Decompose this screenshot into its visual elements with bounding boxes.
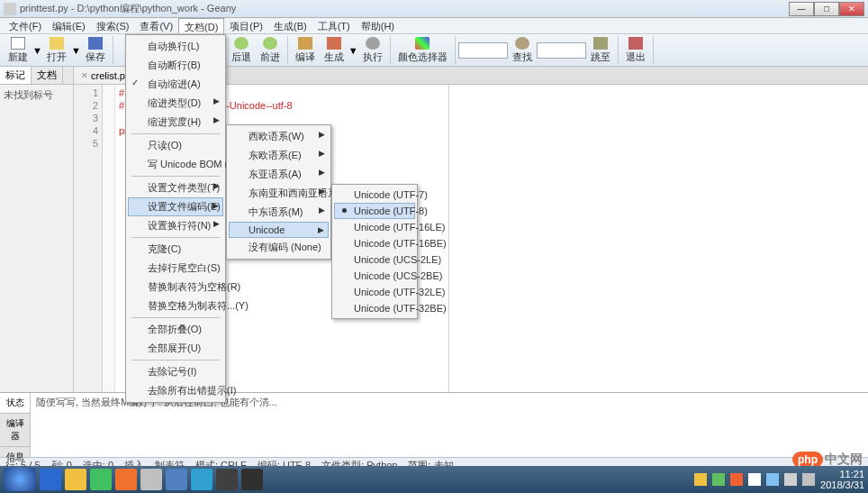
run-button[interactable]: 执行 xyxy=(358,36,387,65)
unicode-submenu-dropdown: Unicode (UTF-7)Unicode (UTF-8)Unicode (U… xyxy=(331,184,418,319)
tray-icon[interactable] xyxy=(730,473,743,486)
marker-column xyxy=(103,85,115,392)
close-tab-icon[interactable]: ✕ xyxy=(81,71,88,80)
save-button[interactable]: 保存 xyxy=(81,36,110,65)
dropdown-arrow-icon[interactable]: ▼ xyxy=(348,45,358,56)
close-button[interactable]: ✕ xyxy=(839,2,864,16)
menu-item[interactable]: 克隆(C) xyxy=(128,240,223,259)
compile-icon xyxy=(298,37,312,50)
system-clock[interactable]: 11:21 2018/3/31 xyxy=(820,469,864,490)
menu-item[interactable]: Unicode▶ xyxy=(229,222,329,238)
menu-item[interactable]: 文件(F) xyxy=(4,18,47,33)
goto-button[interactable]: 跳至 xyxy=(586,36,615,65)
dropdown-arrow-icon[interactable]: ▼ xyxy=(71,45,81,56)
taskbar-app-icon[interactable] xyxy=(140,469,162,490)
sidebar-tab[interactable]: 标记 xyxy=(0,67,32,84)
maximize-button[interactable]: □ xyxy=(814,2,839,16)
menu-item[interactable]: Unicode (UTF-7) xyxy=(334,187,415,203)
menu-item[interactable]: 文档(D) xyxy=(178,18,224,33)
menu-item[interactable]: Unicode (UCS-2BE) xyxy=(334,268,415,284)
tray-icon[interactable] xyxy=(766,473,779,486)
tray-volume-icon[interactable] xyxy=(802,473,815,486)
menu-item[interactable]: 全部折叠(O) xyxy=(128,320,223,339)
menu-item[interactable]: 编辑(E) xyxy=(47,18,91,33)
menu-separator xyxy=(131,133,220,134)
taskbar-app-icon[interactable] xyxy=(166,469,187,490)
menu-item[interactable]: 自动换行(L) xyxy=(128,37,223,56)
submenu-arrow-icon: ▶ xyxy=(212,201,219,210)
code-line[interactable] xyxy=(119,112,864,124)
menu-item[interactable]: 缩进类型(D)▶ xyxy=(128,94,223,113)
sidebar: 标记文档 未找到标号 xyxy=(0,67,74,392)
menu-item[interactable]: 生成(B) xyxy=(268,18,312,33)
color-picker-button[interactable]: 颜色选择器 xyxy=(393,36,452,65)
tray-icon[interactable] xyxy=(712,473,725,486)
find-button[interactable]: 查找 xyxy=(508,36,537,65)
code-line[interactable]: # ：文档--设置文件编码--Unicode--utf-8 xyxy=(119,99,864,112)
line-number-gutter: 12345 xyxy=(74,85,103,392)
menu-item[interactable]: 帮助(H) xyxy=(356,18,400,33)
taskbar-app-icon[interactable] xyxy=(191,469,212,490)
menu-item[interactable]: Unicode (UTF-8) xyxy=(334,203,415,219)
menu-item[interactable]: 只读(O) xyxy=(128,136,223,155)
menu-item[interactable]: 替换制表符为空格(R) xyxy=(128,278,223,297)
taskbar-explorer-icon[interactable] xyxy=(65,469,86,490)
menu-item[interactable]: 写 Unicode BOM (W) xyxy=(128,155,223,174)
menu-item[interactable]: 查看(V) xyxy=(134,18,178,33)
sidebar-tab[interactable]: 文档 xyxy=(32,67,63,84)
menu-item[interactable]: 设置文件类型(T)▶ xyxy=(128,178,223,197)
menu-item[interactable]: 东欧语系(E)▶ xyxy=(229,146,329,165)
find-input[interactable] xyxy=(458,42,508,59)
tray-icon[interactable] xyxy=(694,473,707,486)
bottom-panel-tab[interactable]: 状态 xyxy=(0,393,30,414)
taskbar-app-icon[interactable] xyxy=(216,469,238,490)
search-icon xyxy=(515,37,529,50)
minimize-button[interactable]: — xyxy=(789,2,814,16)
menu-item[interactable]: 设置换行符(N)▶ xyxy=(128,216,223,235)
menu-item[interactable]: 西欧语系(W)▶ xyxy=(229,127,329,146)
taskbar-app-icon[interactable] xyxy=(241,469,263,490)
goto-input[interactable] xyxy=(537,42,586,59)
submenu-arrow-icon: ▶ xyxy=(319,130,325,139)
menu-item[interactable]: 替换空格为制表符...(Y) xyxy=(128,297,223,315)
document-menu-dropdown: 自动换行(L)自动断行(B)✓自动缩进(A)缩进类型(D)▶缩进宽度(H)▶只读… xyxy=(125,34,226,403)
taskbar-ie-icon[interactable] xyxy=(40,469,61,490)
open-button[interactable]: 打开 xyxy=(42,36,71,65)
menu-item[interactable]: 东南亚和西南亚语系(S)▶ xyxy=(229,184,329,203)
menu-item[interactable]: 项目(P) xyxy=(224,18,268,33)
menu-item[interactable]: 没有编码 (None) xyxy=(229,238,329,257)
menu-item[interactable]: 搜索(S) xyxy=(91,18,135,33)
build-button[interactable]: 生成 xyxy=(320,36,348,65)
menu-item[interactable]: 中东语系(M)▶ xyxy=(229,203,329,222)
taskbar-app-icon[interactable] xyxy=(115,469,137,490)
app-icon xyxy=(4,3,16,15)
start-button[interactable] xyxy=(4,468,36,491)
bottom-panel-tab[interactable]: 编译器 xyxy=(0,414,30,447)
menu-item[interactable]: Unicode (UTF-16LE) xyxy=(334,219,415,235)
menu-item[interactable]: Unicode (UTF-32BE) xyxy=(334,300,415,316)
exit-button[interactable]: 退出 xyxy=(621,36,650,65)
menu-item[interactable]: 东亚语系(A)▶ xyxy=(229,165,329,184)
menu-item[interactable]: 全部展开(U) xyxy=(128,339,223,358)
menu-item[interactable]: 设置文件编码(E)▶ xyxy=(128,197,223,216)
tray-icon[interactable] xyxy=(784,473,797,486)
submenu-arrow-icon: ▶ xyxy=(319,149,325,158)
compile-button[interactable]: 编译 xyxy=(291,36,320,65)
menu-item[interactable]: 去除所有出错提示(I) xyxy=(128,381,223,400)
menu-item[interactable]: 去掉行尾空白(S) xyxy=(128,259,223,278)
menu-item[interactable]: 缩进宽度(H)▶ xyxy=(128,113,223,132)
nav-forward-button[interactable]: 前进 xyxy=(256,36,285,65)
menu-item[interactable]: 工具(T) xyxy=(312,18,356,33)
taskbar-app-icon[interactable] xyxy=(90,469,112,490)
menu-item[interactable]: 自动断行(B) xyxy=(128,56,223,75)
menu-item[interactable]: Unicode (UTF-16BE) xyxy=(334,235,415,251)
menu-item[interactable]: 去除记号(I) xyxy=(128,362,223,381)
code-line[interactable]: # xyxy=(119,87,864,99)
dropdown-arrow-icon[interactable]: ▼ xyxy=(32,45,42,56)
menu-item[interactable]: Unicode (UTF-32LE) xyxy=(334,284,415,300)
tray-icon[interactable] xyxy=(748,473,761,486)
menu-item[interactable]: ✓自动缩进(A) xyxy=(128,75,223,94)
nav-back-button[interactable]: 后退 xyxy=(227,36,256,65)
new-button[interactable]: 新建 xyxy=(4,36,32,65)
menu-item[interactable]: Unicode (UCS-2LE) xyxy=(334,251,415,268)
